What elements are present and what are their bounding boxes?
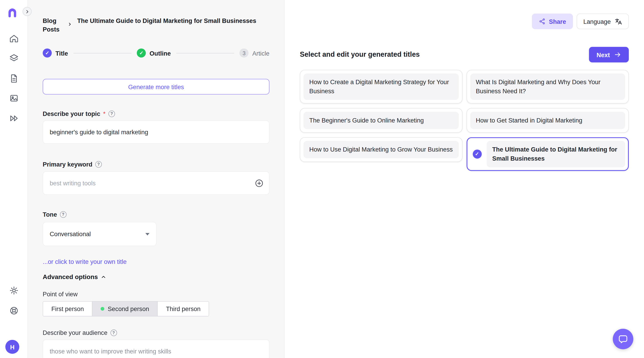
- title-card[interactable]: How to Create a Digital Marketing Strate…: [300, 70, 462, 104]
- help-icon[interactable]: ?: [108, 110, 115, 117]
- point-of-view-label: Point of view: [43, 291, 270, 298]
- image-icon[interactable]: [9, 93, 19, 103]
- step-number: 3: [240, 49, 249, 58]
- translate-icon: [614, 18, 622, 25]
- next-button[interactable]: Next: [589, 47, 629, 62]
- selected-dot-icon: [101, 307, 104, 310]
- app-logo-icon[interactable]: [6, 6, 18, 18]
- step-article[interactable]: 3 Article: [240, 49, 270, 58]
- write-own-title-link[interactable]: ...or click to write your own title: [43, 258, 126, 265]
- step-outline[interactable]: ✓ Outline: [137, 49, 171, 58]
- step-outline-label: Outline: [150, 50, 171, 57]
- arrow-right-icon: [614, 51, 622, 59]
- help-lifebuoy-icon[interactable]: [9, 306, 19, 315]
- advanced-options-label: Advanced options: [43, 273, 98, 281]
- help-icon[interactable]: ?: [60, 211, 66, 218]
- step-title-label: Title: [56, 50, 68, 57]
- pov-option-third-person[interactable]: Third person: [157, 301, 209, 316]
- breadcrumb: Blog Posts The Ultimate Guide to Digital…: [43, 16, 270, 34]
- document-icon[interactable]: [9, 74, 19, 83]
- generated-titles-panel: Share Language Select and edit your gene…: [285, 0, 644, 358]
- check-icon: ✓: [137, 49, 146, 58]
- icon-sidebar: H: [0, 0, 28, 358]
- generate-more-titles-button[interactable]: Generate more titles: [43, 79, 270, 95]
- title-card-text[interactable]: The Beginner's Guide to Online Marketing: [304, 112, 458, 129]
- language-button[interactable]: Language: [577, 14, 629, 29]
- title-card-text[interactable]: How to Get Started in Digital Marketing: [470, 112, 625, 129]
- home-icon[interactable]: [9, 34, 19, 44]
- keyword-input[interactable]: [43, 171, 270, 195]
- required-asterisk: *: [103, 110, 106, 117]
- settings-gear-icon[interactable]: [9, 286, 19, 295]
- tone-label: Tone: [43, 211, 57, 218]
- tone-selected-value: Conversational: [50, 230, 91, 237]
- chat-widget-button[interactable]: [613, 329, 633, 349]
- audience-label-row: Describe your audience ?: [43, 329, 270, 336]
- layers-icon[interactable]: [9, 53, 19, 63]
- help-icon[interactable]: ?: [110, 329, 117, 336]
- keyword-label-row: Primary keyword ?: [43, 161, 270, 168]
- step-connector: [176, 53, 234, 53]
- user-avatar[interactable]: H: [6, 340, 20, 354]
- add-keyword-plus-icon[interactable]: [255, 179, 264, 188]
- title-card-text[interactable]: The Ultimate Guide to Digital Marketing …: [486, 141, 625, 167]
- breadcrumb-section[interactable]: Blog Posts: [43, 16, 62, 34]
- share-button[interactable]: Share: [532, 14, 573, 29]
- title-card-text[interactable]: How to Create a Digital Marketing Strate…: [304, 74, 458, 100]
- audience-input[interactable]: [43, 339, 270, 358]
- audience-label: Describe your audience: [43, 329, 107, 336]
- check-icon: ✓: [43, 49, 52, 58]
- step-article-label: Article: [252, 50, 270, 57]
- progress-stepper: ✓ Title ✓ Outline 3 Article: [43, 49, 270, 58]
- header-actions: Share Language: [285, 0, 644, 29]
- step-connector: [73, 53, 131, 53]
- chat-bubble-icon: [618, 334, 628, 344]
- chevron-up-icon: [101, 274, 106, 280]
- chevron-down-icon: [145, 233, 150, 235]
- point-of-view-segmented-control: First person Second person Third person: [43, 301, 270, 316]
- language-button-label: Language: [583, 18, 611, 25]
- tone-label-row: Tone ?: [43, 211, 270, 218]
- step-title[interactable]: ✓ Title: [43, 49, 68, 58]
- topic-label: Describe your topic: [43, 110, 100, 117]
- title-card[interactable]: What Is Digital Marketing and Why Does Y…: [466, 70, 629, 104]
- chevron-right-icon: [24, 9, 30, 14]
- title-card-selected[interactable]: ✓ The Ultimate Guide to Digital Marketin…: [466, 137, 629, 171]
- title-card[interactable]: How to Get Started in Digital Marketing: [466, 108, 629, 133]
- tone-select[interactable]: Conversational: [43, 222, 156, 246]
- topic-input[interactable]: [43, 121, 270, 144]
- share-icon: [539, 18, 545, 25]
- selected-check-icon: ✓: [472, 150, 482, 159]
- share-button-label: Share: [549, 18, 566, 25]
- title-card[interactable]: The Beginner's Guide to Online Marketing: [300, 108, 462, 133]
- breadcrumb-chevron-icon: [67, 21, 72, 28]
- keyword-label: Primary keyword: [43, 161, 92, 168]
- title-card-text[interactable]: What Is Digital Marketing and Why Does Y…: [470, 74, 625, 100]
- pov-option-label: Second person: [108, 305, 149, 312]
- titles-heading: Select and edit your generated titles: [300, 51, 420, 59]
- help-icon[interactable]: ?: [95, 161, 102, 167]
- next-button-label: Next: [596, 51, 610, 58]
- pov-option-second-person[interactable]: Second person: [92, 301, 158, 316]
- advanced-options-toggle[interactable]: Advanced options: [43, 273, 270, 281]
- title-card-text[interactable]: How to Use Digital Marketing to Grow You…: [304, 141, 458, 158]
- title-card[interactable]: How to Use Digital Marketing to Grow You…: [300, 137, 462, 162]
- pov-option-first-person[interactable]: First person: [43, 301, 92, 316]
- document-settings-panel: Blog Posts The Ultimate Guide to Digital…: [28, 0, 284, 358]
- breadcrumb-page-title: The Ultimate Guide to Digital Marketing …: [77, 16, 270, 25]
- sidebar-expand-button[interactable]: [23, 7, 32, 16]
- title-cards-grid: How to Create a Digital Marketing Strate…: [300, 70, 629, 171]
- fast-forward-icon[interactable]: [9, 113, 19, 123]
- topic-label-row: Describe your topic * ?: [43, 110, 270, 117]
- app-root: H Blog Posts The Ultimate Guide to Digit…: [0, 0, 644, 358]
- titles-header-row: Select and edit your generated titles Ne…: [285, 47, 644, 62]
